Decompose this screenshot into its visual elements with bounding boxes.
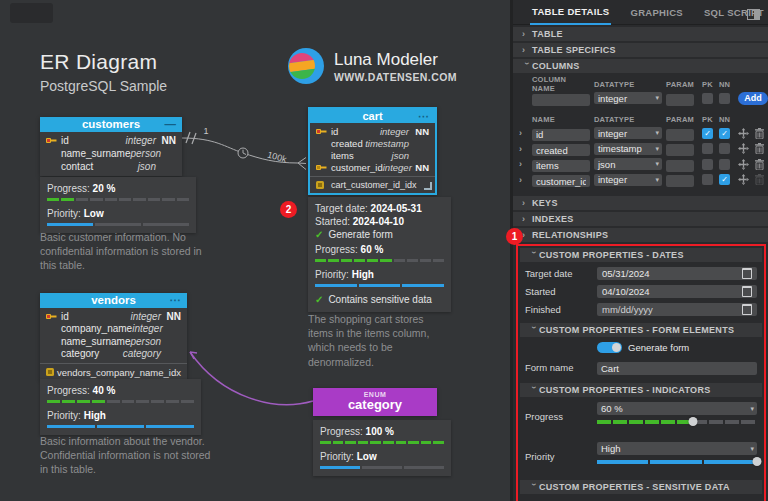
finished-date-input[interactable]: mm/dd/yyyy: [597, 303, 757, 316]
chevron-right-icon: ›: [522, 230, 532, 240]
pk-checkbox[interactable]: [702, 159, 713, 170]
progress-slider[interactable]: [597, 420, 757, 424]
column-row[interactable]: items json: [310, 149, 435, 161]
enum-category[interactable]: ENUM category: [313, 388, 437, 416]
diagram-canvas[interactable]: ER Diagram PostgreSQL Sample Luna Modele…: [0, 0, 510, 501]
column-row[interactable]: name_surname person: [40, 335, 187, 348]
tab-graphics[interactable]: GRAPHICS: [628, 1, 685, 24]
progress-value: 60 %: [361, 244, 384, 255]
column-datatype-select[interactable]: json: [594, 158, 662, 170]
column-name-input[interactable]: [532, 175, 590, 187]
entity-cart[interactable]: cart ⋯ id integer NN created timestamp i…: [308, 107, 437, 195]
column-type: person: [130, 336, 161, 347]
calendar-icon[interactable]: [742, 286, 752, 297]
column-datatype-select[interactable]: integer: [594, 174, 662, 186]
column-row[interactable]: name_surname person: [40, 147, 182, 160]
chevron-right-icon[interactable]: ›: [519, 128, 529, 138]
pk-checkbox[interactable]: [702, 128, 713, 139]
section-keys[interactable]: ›KEYS: [513, 196, 768, 210]
pk-checkbox[interactable]: [702, 143, 713, 154]
index-row[interactable]: cart_customer_id_idx: [310, 176, 435, 193]
entity-customers[interactable]: customers — id integer NN name_surname p…: [40, 117, 182, 176]
relationship-customers-cart[interactable]: [182, 138, 298, 163]
started-date-input[interactable]: 04/10/2024: [597, 285, 757, 298]
progress-label: Progress: [525, 411, 597, 422]
column-datatype-select[interactable]: integer: [594, 127, 662, 139]
priority-row: Priority High: [518, 442, 764, 470]
entity-customers-header[interactable]: customers —: [40, 117, 182, 132]
priority-value: Low: [84, 208, 104, 219]
nn-checkbox[interactable]: [719, 143, 730, 154]
section-custom-form-elements[interactable]: ›CUSTOM PROPERTIES - FORM ELEMENTS: [520, 323, 762, 337]
generate-form-toggle[interactable]: [597, 342, 622, 353]
section-table-specifics[interactable]: ›TABLE SPECIFICS: [513, 43, 768, 57]
entity-vendors[interactable]: vendors ⋯ id integer NN company_name int…: [40, 293, 187, 380]
chevron-right-icon[interactable]: ›: [519, 144, 529, 154]
column-row[interactable]: company_name integer: [40, 323, 187, 336]
move-icon[interactable]: [737, 128, 749, 139]
move-icon[interactable]: [737, 143, 749, 154]
trash-icon[interactable]: [753, 143, 765, 154]
pk-checkbox[interactable]: [702, 174, 713, 185]
section-relationships[interactable]: ›RELATIONSHIPS: [513, 228, 768, 242]
canvas-corner-widget: [10, 3, 53, 23]
relationship-midpoint-icon[interactable]: [238, 148, 248, 158]
index-row[interactable]: vendors_company_name_idx: [40, 363, 187, 380]
column-row[interactable]: created timestamp: [310, 137, 435, 149]
entity-vendors-header[interactable]: vendors ⋯: [40, 293, 187, 308]
new-column-pk-checkbox[interactable]: [702, 93, 713, 104]
section-custom-sensitive-data[interactable]: ›CUSTOM PROPERTIES - SENSITIVE DATA: [520, 480, 762, 494]
trash-icon[interactable]: [753, 159, 765, 170]
more-icon[interactable]: ⋯: [418, 109, 429, 123]
new-column-name-input[interactable]: [532, 94, 590, 106]
priority-select[interactable]: High: [597, 442, 757, 455]
cardinality-one-tick: [186, 132, 190, 143]
priority-slider[interactable]: [597, 460, 757, 464]
column-row[interactable]: contact json: [40, 160, 182, 173]
column-row-id: › integer: [513, 126, 768, 140]
column-row[interactable]: category category: [40, 348, 187, 361]
section-table[interactable]: ›TABLE: [513, 27, 768, 41]
column-row[interactable]: id integer NN: [40, 310, 187, 323]
add-column-row: integer Add: [513, 91, 768, 105]
logo-url: WWW.DATENSEN.COM: [334, 71, 457, 83]
nn-checkbox[interactable]: [719, 159, 730, 170]
progress-select[interactable]: 60 %: [597, 402, 757, 415]
chevron-right-icon[interactable]: ›: [519, 175, 529, 185]
nn-checkbox[interactable]: [719, 174, 730, 185]
add-column-button[interactable]: Add: [738, 92, 768, 105]
column-row[interactable]: id integer NN: [310, 125, 435, 137]
entity-title: vendors: [91, 294, 136, 306]
column-nn: NN: [156, 135, 176, 146]
header-pk: PK: [702, 115, 713, 124]
section-indexes[interactable]: ›INDEXES: [513, 212, 768, 226]
form-name-input[interactable]: [597, 362, 757, 375]
chevron-right-icon[interactable]: ›: [519, 159, 529, 169]
minimize-icon[interactable]: —: [165, 117, 177, 132]
column-datatype-select[interactable]: timestamp: [594, 143, 662, 155]
column-name: name_surname: [61, 336, 130, 347]
nn-checkbox[interactable]: [719, 128, 730, 139]
tab-table-details[interactable]: TABLE DETAILS: [530, 0, 611, 25]
section-columns[interactable]: ›COLUMNS: [513, 59, 768, 73]
section-custom-indicators[interactable]: ›CUSTOM PROPERTIES - INDICATORS: [520, 383, 762, 397]
move-icon[interactable]: [737, 159, 749, 170]
column-row[interactable]: id integer NN: [40, 134, 182, 147]
target-date-input[interactable]: 05/31/2024: [597, 267, 757, 280]
more-icon[interactable]: ⋯: [170, 293, 182, 308]
resize-corner-icon[interactable]: [424, 182, 432, 190]
column-param-input[interactable]: [666, 175, 694, 187]
new-column-nn-checkbox[interactable]: [719, 93, 730, 104]
relationship-category-vendors[interactable]: [190, 352, 313, 405]
calendar-icon[interactable]: [742, 268, 752, 279]
new-column-param-input[interactable]: [666, 94, 694, 106]
move-icon[interactable]: [737, 174, 749, 185]
entity-title: customers: [82, 118, 140, 130]
column-row[interactable]: customer_id integer NN: [310, 161, 435, 173]
new-column-datatype-select[interactable]: integer: [594, 92, 662, 104]
calendar-icon[interactable]: [742, 304, 752, 315]
trash-icon[interactable]: [753, 128, 765, 139]
layout-panel-icon[interactable]: [747, 6, 760, 24]
section-custom-dates[interactable]: ›CUSTOM PROPERTIES - DATES: [520, 248, 762, 262]
entity-cart-header[interactable]: cart ⋯: [310, 109, 435, 123]
